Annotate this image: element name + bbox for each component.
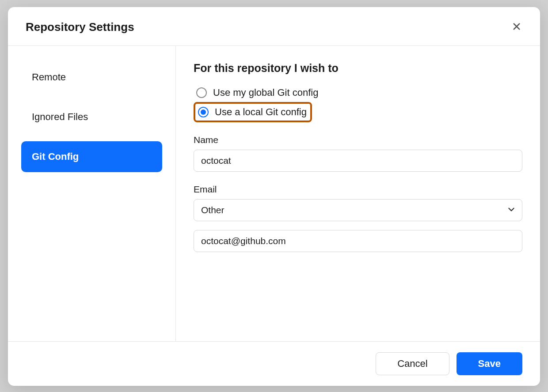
modal-body: Remote Ignored Files Git Config For this… <box>8 46 540 341</box>
modal-header: Repository Settings <box>8 7 540 46</box>
sidebar-item-remote[interactable]: Remote <box>21 62 162 93</box>
name-input[interactable] <box>194 150 522 172</box>
email-select[interactable]: Other <box>194 199 522 221</box>
close-icon <box>512 22 521 32</box>
radio-global-config[interactable]: Use my global Git config <box>194 84 322 101</box>
repository-settings-modal: Repository Settings Remote Ignored Files… <box>8 7 540 386</box>
email-select-wrap: Other <box>194 199 522 221</box>
email-label: Email <box>194 184 522 195</box>
cancel-button[interactable]: Cancel <box>376 352 449 375</box>
radio-label: Use my global Git config <box>213 87 318 98</box>
modal-footer: Cancel Save <box>8 341 540 386</box>
email-input[interactable] <box>194 230 522 252</box>
sidebar-item-label: Remote <box>32 72 66 83</box>
settings-sidebar: Remote Ignored Files Git Config <box>8 46 176 341</box>
sidebar-item-label: Ignored Files <box>32 111 88 122</box>
modal-title: Repository Settings <box>26 20 134 34</box>
save-button[interactable]: Save <box>457 352 522 375</box>
git-config-panel: For this repository I wish to Use my glo… <box>176 46 540 341</box>
sidebar-item-label: Git Config <box>32 151 79 162</box>
radio-icon <box>196 87 207 98</box>
sidebar-item-ignored-files[interactable]: Ignored Files <box>21 102 162 132</box>
sidebar-item-git-config[interactable]: Git Config <box>21 141 162 172</box>
radio-icon <box>198 107 209 117</box>
radio-local-config[interactable]: Use a local Git config <box>194 102 312 122</box>
close-button[interactable] <box>511 22 522 33</box>
radio-label: Use a local Git config <box>215 106 307 118</box>
section-heading: For this repository I wish to <box>194 62 522 75</box>
name-label: Name <box>194 135 522 145</box>
